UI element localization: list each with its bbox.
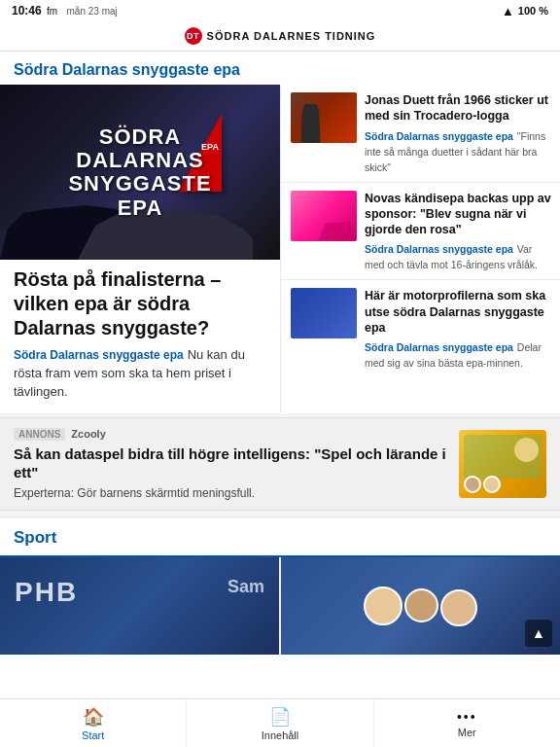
side-article-3-category: Södra Dalarnas snyggaste epa [365, 341, 513, 353]
ad-content: ANNONS Zcooly Så kan dataspel bidra till… [14, 428, 449, 500]
ad-title: Så kan dataspel bidra till högre intelli… [14, 445, 449, 482]
news-right-col: Jonas Duett från 1966 sticker ut med sin… [280, 85, 560, 413]
logo-text: SÖDRA DALARNES TIDNING [207, 30, 376, 42]
side-article-1-thumb [291, 92, 357, 143]
side-article-3-text: Här är motorprofilerna som ska utse södr… [365, 288, 552, 370]
side-article-2[interactable]: Novas kändisepa backas upp av sponsor: "… [281, 183, 560, 281]
sport-section: Sport PHB Sam ▲ [0, 518, 560, 655]
main-article[interactable]: Rösta på finalisterna – vilken epa är sö… [0, 260, 280, 413]
overlay-text: SÖDRA DALARNAS SNYGGASTE EPA [68, 125, 211, 220]
scroll-up-arrow[interactable]: ▲ [525, 620, 552, 647]
side-article-2-category: Södra Dalarnas snyggaste epa [365, 243, 513, 255]
side-article-1-text: Jonas Duett från 1966 sticker ut med sin… [365, 92, 552, 174]
nav-innehall-label: Innehåll [262, 729, 299, 741]
side-article-3-thumb [291, 288, 357, 338]
time-display: 10:46 fm mån 23 maj [12, 4, 118, 18]
content-icon: 📄 [269, 706, 291, 728]
status-bar: 10:46 fm mån 23 maj ▲ 100 % [0, 0, 560, 21]
ad-block[interactable]: ANNONS Zcooly Så kan dataspel bidra till… [0, 417, 560, 511]
side-article-2-title: Novas kändisepa backas upp av sponsor: "… [365, 191, 552, 238]
sport-item-2[interactable]: ▲ [281, 557, 560, 655]
main-article-title: Rösta på finalisterna – vilken epa är sö… [14, 267, 266, 340]
battery-display: 100 % [518, 5, 548, 17]
status-icons: ▲ 100 % [502, 4, 548, 18]
app-header: DT SÖDRA DALARNES TIDNING [0, 21, 560, 52]
home-icon: 🏠 [83, 706, 104, 728]
nav-innehall[interactable]: 📄 Innehåll [187, 699, 373, 747]
ad-sponsor-name: Zcooly [71, 428, 105, 440]
more-icon: ••• [457, 709, 477, 725]
bottom-nav: 🏠 Start 📄 Innehåll ••• Mer [0, 698, 560, 747]
side-article-1-category: Södra Dalarnas snyggaste epa [365, 130, 513, 142]
nav-mer-label: Mer [458, 727, 476, 738]
main-article-category: Södra Dalarnas snyggaste epa [14, 348, 184, 362]
top-news-grid: SÖDRA DALARNAS SNYGGASTE EPA EPA Rösta p… [0, 85, 560, 413]
ad-labels: ANNONS Zcooly [14, 428, 449, 441]
big-image[interactable]: SÖDRA DALARNAS SNYGGASTE EPA EPA [0, 85, 280, 260]
side-article-3[interactable]: Här är motorprofilerna som ska utse södr… [281, 280, 560, 377]
nav-mer[interactable]: ••• Mer [374, 699, 560, 747]
wifi-icon: ▲ [502, 4, 514, 18]
side-article-3-title: Här är motorprofilerna som ska utse södr… [365, 288, 552, 336]
main-content: Södra Dalarnas snyggaste epa SÖDRA DALAR… [0, 52, 560, 655]
sport-section-title: Sport [14, 528, 56, 547]
side-article-2-thumb [291, 191, 357, 241]
epa-section-title[interactable]: Södra Dalarnas snyggaste epa [14, 61, 240, 78]
side-article-1-title: Jonas Duett från 1966 sticker ut med sin… [365, 92, 552, 124]
ad-image [459, 430, 546, 498]
header-logo: DT SÖDRA DALARNES TIDNING [185, 27, 376, 45]
sport-grid: PHB Sam ▲ [0, 557, 560, 655]
logo-circle: DT [185, 27, 202, 45]
side-article-2-text: Novas kändisepa backas upp av sponsor: "… [365, 191, 552, 272]
ad-label-badge: ANNONS [14, 428, 65, 441]
news-left-col: SÖDRA DALARNAS SNYGGASTE EPA EPA Rösta p… [0, 85, 280, 413]
epa-section-header: Södra Dalarnas snyggaste epa [0, 52, 560, 85]
sport-item-1[interactable]: PHB Sam [0, 557, 279, 655]
ad-desc: Experterna: Gör barnens skärmtid menings… [14, 486, 449, 500]
side-article-1[interactable]: Jonas Duett från 1966 sticker ut med sin… [281, 85, 560, 183]
sport-section-header: Sport [0, 518, 560, 557]
nav-start-label: Start [82, 729, 104, 741]
nav-start[interactable]: 🏠 Start [0, 699, 187, 747]
